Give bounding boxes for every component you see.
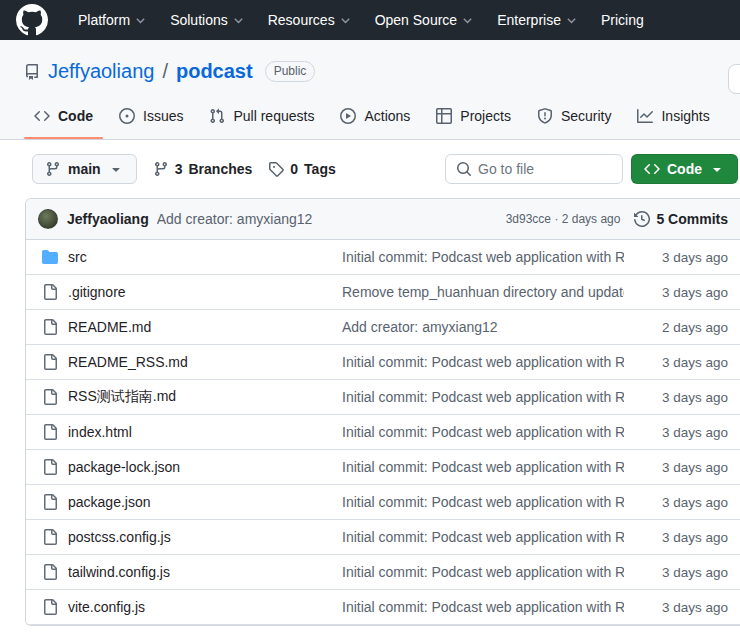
file-name-link[interactable]: package-lock.json: [68, 459, 180, 475]
table-row: package-lock.json Initial commit: Podcas…: [26, 450, 740, 485]
commit-message-link[interactable]: Add creator: amyxiang12: [157, 211, 313, 227]
file-icon: [42, 319, 58, 335]
nav-item-solutions[interactable]: Solutions: [160, 6, 254, 34]
table-row: README_RSS.md Initial commit: Podcast we…: [26, 345, 740, 380]
triangle-down-icon: [709, 161, 725, 177]
file-name-link[interactable]: postcss.config.js: [68, 529, 171, 545]
commit-message-cell[interactable]: Initial commit: Podcast web application …: [342, 459, 624, 475]
file-name-link[interactable]: index.html: [68, 424, 132, 440]
repo-title-row: Jeffyaoliang / podcast Public: [24, 60, 740, 83]
file-age: 3 days ago: [624, 460, 728, 475]
graph-icon: [637, 108, 653, 124]
table-icon: [436, 108, 452, 124]
commit-sha-time[interactable]: 3d93cce · 2 days ago: [506, 212, 621, 226]
nav-menu: Platform Solutions Resources Open Source…: [68, 6, 654, 34]
file-name-link[interactable]: vite.config.js: [68, 599, 145, 615]
file-age: 3 days ago: [624, 355, 728, 370]
repo-tabs: Code Issues Pull requests Actions Projec…: [24, 103, 740, 139]
nav-item-open-source[interactable]: Open Source: [365, 6, 484, 34]
commit-message-cell[interactable]: Initial commit: Podcast web application …: [342, 424, 624, 440]
commit-message-cell[interactable]: Initial commit: Podcast web application …: [342, 564, 624, 580]
tab-actions[interactable]: Actions: [330, 103, 420, 139]
commit-message-cell[interactable]: Initial commit: Podcast web application …: [342, 599, 624, 615]
repo-path-separator: /: [162, 60, 168, 83]
tab-pull-requests[interactable]: Pull requests: [199, 103, 324, 139]
file-name-link[interactable]: README.md: [68, 319, 151, 335]
branches-count: 3: [175, 161, 183, 177]
commit-message-cell[interactable]: Initial commit: Podcast web application …: [342, 389, 624, 405]
file-icon: [42, 284, 58, 300]
repo-owner-link[interactable]: Jeffyaoliang: [48, 60, 154, 83]
file-icon: [42, 564, 58, 580]
repo-name-link[interactable]: podcast: [176, 60, 253, 83]
history-icon: [634, 211, 650, 227]
commit-message-cell[interactable]: Remove temp_huanhuan directory and updat…: [342, 284, 624, 300]
tags-label: Tags: [304, 161, 336, 177]
file-age: 3 days ago: [624, 600, 728, 615]
commit-author-link[interactable]: Jeffyaoliang: [67, 211, 149, 227]
commit-message-cell[interactable]: Initial commit: Podcast web application …: [342, 249, 624, 265]
tab-code[interactable]: Code: [24, 103, 103, 139]
table-row: src Initial commit: Podcast web applicat…: [26, 240, 740, 275]
table-row: postcss.config.js Initial commit: Podcas…: [26, 520, 740, 555]
code-dropdown-button[interactable]: Code: [631, 154, 738, 184]
commit-history-link[interactable]: 5 Commits: [634, 211, 728, 227]
repo-content: main 3 Branches 0 Tags Code Jeffyaoli: [0, 140, 740, 626]
table-row: RSS测试指南.md Initial commit: Podcast web a…: [26, 380, 740, 415]
file-icon: [42, 529, 58, 545]
file-icon: [42, 599, 58, 615]
go-to-file-input[interactable]: [478, 161, 612, 177]
branches-label: Branches: [188, 161, 252, 177]
commit-message-cell[interactable]: Initial commit: Podcast web application …: [342, 529, 624, 545]
branches-link[interactable]: 3 Branches: [153, 161, 253, 177]
commit-message-cell[interactable]: Add creator: amyxiang12: [342, 319, 624, 335]
git-pull-request-icon: [209, 108, 225, 124]
visibility-badge: Public: [265, 61, 316, 82]
go-to-file-box: [445, 154, 623, 184]
nav-item-pricing[interactable]: Pricing: [591, 6, 654, 34]
commit-message-cell[interactable]: Initial commit: Podcast web application …: [342, 494, 624, 510]
file-name-link[interactable]: tailwind.config.js: [68, 564, 170, 580]
repo-header: Jeffyaoliang / podcast Public Code Issue…: [0, 40, 740, 140]
file-name-link[interactable]: RSS测试指南.md: [68, 388, 176, 406]
tags-count: 0: [290, 161, 298, 177]
code-icon: [34, 108, 50, 124]
nav-item-platform[interactable]: Platform: [68, 6, 156, 34]
chevron-down-icon: [340, 15, 351, 26]
tab-insights[interactable]: Insights: [627, 103, 719, 139]
commit-message-cell[interactable]: Initial commit: Podcast web application …: [342, 354, 624, 370]
branch-selector-button[interactable]: main: [32, 154, 137, 184]
tab-projects[interactable]: Projects: [426, 103, 521, 139]
play-icon: [340, 108, 356, 124]
header-action-button-partial[interactable]: [728, 64, 740, 94]
file-age: 3 days ago: [624, 495, 728, 510]
nav-item-enterprise[interactable]: Enterprise: [487, 6, 587, 34]
github-logo-icon[interactable]: [16, 4, 48, 36]
git-branch-icon: [45, 161, 61, 177]
table-row: README.md Add creator: amyxiang12 2 days…: [26, 310, 740, 345]
file-name-link[interactable]: src: [68, 249, 87, 265]
file-icon: [42, 389, 58, 405]
table-row: vite.config.js Initial commit: Podcast w…: [26, 590, 740, 625]
tab-security[interactable]: Security: [527, 103, 622, 139]
shield-icon: [537, 108, 553, 124]
file-name-link[interactable]: package.json: [68, 494, 151, 510]
tab-issues[interactable]: Issues: [109, 103, 193, 139]
file-age: 3 days ago: [624, 285, 728, 300]
file-name-link[interactable]: .gitignore: [68, 284, 126, 300]
repo-book-icon: [24, 64, 40, 80]
triangle-down-icon: [108, 161, 124, 177]
nav-item-resources[interactable]: Resources: [258, 6, 361, 34]
avatar[interactable]: [38, 209, 58, 229]
commit-meta: 3d93cce · 2 days ago 5 Commits: [506, 211, 728, 227]
file-icon: [42, 459, 58, 475]
commits-count-label: 5 Commits: [656, 211, 728, 227]
table-row: index.html Initial commit: Podcast web a…: [26, 415, 740, 450]
file-name-link[interactable]: README_RSS.md: [68, 354, 188, 370]
search-icon: [456, 161, 472, 177]
issue-opened-icon: [119, 108, 135, 124]
table-row: package.json Initial commit: Podcast web…: [26, 485, 740, 520]
tags-link[interactable]: 0 Tags: [268, 161, 335, 177]
file-age: 3 days ago: [624, 250, 728, 265]
file-icon: [42, 354, 58, 370]
